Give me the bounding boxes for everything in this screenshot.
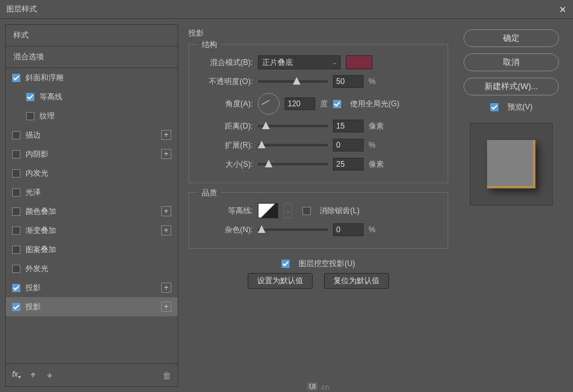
add-effect-icon[interactable]: + xyxy=(161,283,171,293)
style-item[interactable]: 斜面和浮雕 xyxy=(6,68,178,87)
style-item-label: 光泽 xyxy=(25,187,41,198)
checkbox-icon xyxy=(333,100,341,108)
checkbox-icon[interactable] xyxy=(12,246,20,254)
spread-label: 扩展(R): xyxy=(198,140,253,151)
size-label: 大小(S): xyxy=(198,159,253,170)
make-default-button[interactable]: 设置为默认值 xyxy=(248,273,313,289)
style-item-label: 投影 xyxy=(25,302,41,312)
structure-group: 结构 混合模式(B): 正片叠底 ⌵ 不透明度(O): % xyxy=(188,44,448,183)
contour-picker[interactable] xyxy=(258,203,278,218)
reset-default-button[interactable]: 复位为默认值 xyxy=(324,273,389,289)
checkbox-icon xyxy=(490,103,499,111)
angle-dial[interactable] xyxy=(258,93,279,115)
distance-label: 距离(D): xyxy=(198,121,253,132)
move-up-icon[interactable]: 🠝 xyxy=(29,371,37,380)
spread-slider[interactable] xyxy=(258,144,328,146)
style-item[interactable]: 渐变叠加+ xyxy=(6,221,178,240)
style-item[interactable]: 投影+ xyxy=(6,297,178,316)
close-icon[interactable]: ✕ xyxy=(559,4,567,15)
blending-options[interactable]: 混合选项 xyxy=(6,46,178,68)
distance-input[interactable] xyxy=(333,120,364,132)
size-slider[interactable] xyxy=(258,163,328,165)
settings-panel: 投影 结构 混合模式(B): 正片叠底 ⌵ 不透明度(O): % xyxy=(178,19,458,392)
trash-icon[interactable]: 🗑 xyxy=(162,370,171,381)
add-effect-icon[interactable]: + xyxy=(161,206,171,216)
style-item[interactable]: 内阴影+ xyxy=(6,144,178,164)
add-effect-icon[interactable]: + xyxy=(161,225,171,235)
style-item[interactable]: 外发光 xyxy=(6,259,178,278)
cancel-button[interactable]: 取消 xyxy=(463,53,559,71)
opacity-unit: % xyxy=(369,77,376,86)
checkbox-icon[interactable] xyxy=(12,188,20,197)
action-panel: 确定 取消 新建样式(W)... 预览(V) xyxy=(458,19,573,392)
checkbox-icon xyxy=(281,260,290,268)
style-item[interactable]: 颜色叠加+ xyxy=(6,202,178,221)
style-item-label: 内发光 xyxy=(25,168,48,179)
style-item-label: 颜色叠加 xyxy=(25,206,56,217)
watermark: UI.cn xyxy=(308,382,330,391)
style-item-label: 纹理 xyxy=(39,111,55,122)
checkbox-icon[interactable] xyxy=(12,150,20,158)
style-item-label: 内阴影 xyxy=(25,149,48,160)
style-item-label: 外发光 xyxy=(25,263,48,274)
chevron-down-icon: ⌵ xyxy=(333,59,336,66)
new-style-button[interactable]: 新建样式(W)... xyxy=(463,78,559,95)
shadow-color-swatch[interactable] xyxy=(346,55,372,69)
styles-list: 样式 混合选项 斜面和浮雕等高线纹理描边+内阴影+内发光光泽颜色叠加+渐变叠加+… xyxy=(5,24,178,387)
contour-label: 等高线: xyxy=(198,206,253,216)
checkbox-icon xyxy=(302,207,311,215)
style-item[interactable]: 描边+ xyxy=(6,125,178,144)
opacity-input[interactable] xyxy=(333,75,364,88)
style-item-label: 投影 xyxy=(25,283,41,293)
checkbox-icon[interactable] xyxy=(12,207,20,216)
noise-slider[interactable] xyxy=(258,228,328,231)
checkbox-icon[interactable] xyxy=(12,169,20,178)
checkbox-icon[interactable] xyxy=(12,284,20,292)
angle-unit: 度 xyxy=(320,99,328,109)
global-light-checkbox[interactable]: 使用全局光(G) xyxy=(333,99,399,109)
style-item[interactable]: 光泽 xyxy=(6,183,178,202)
style-item[interactable]: 纹理 xyxy=(6,106,178,125)
checkbox-icon[interactable] xyxy=(26,93,34,101)
checkbox-icon[interactable] xyxy=(12,265,20,273)
antialias-checkbox[interactable]: 消除锯齿(L) xyxy=(302,206,360,216)
dialog-title: 图层样式 xyxy=(6,4,37,15)
quality-group: 品质 等高线: ⌵ 消除锯齿(L) 杂色(N): % xyxy=(188,192,448,249)
blend-mode-value: 正片叠底 xyxy=(262,57,293,68)
knockout-checkbox[interactable]: 图层挖空投影(U) xyxy=(281,258,355,269)
contour-dropdown[interactable]: ⌵ xyxy=(283,203,292,218)
opacity-slider[interactable] xyxy=(258,80,328,83)
style-item-label: 图案叠加 xyxy=(25,244,56,255)
size-unit: 像素 xyxy=(369,159,384,170)
checkbox-icon[interactable] xyxy=(12,74,20,82)
size-input[interactable] xyxy=(333,158,364,171)
checkbox-icon[interactable] xyxy=(12,131,20,139)
checkbox-icon[interactable] xyxy=(12,303,20,311)
style-item[interactable]: 投影+ xyxy=(6,278,178,297)
angle-input[interactable] xyxy=(285,97,315,110)
distance-slider[interactable] xyxy=(258,125,328,127)
noise-input[interactable] xyxy=(333,223,364,236)
angle-label: 角度(A): xyxy=(198,99,253,109)
ok-button[interactable]: 确定 xyxy=(463,29,559,47)
noise-unit: % xyxy=(369,225,376,234)
preview-checkbox[interactable]: 预览(V) xyxy=(490,102,533,113)
style-item-label: 渐变叠加 xyxy=(25,225,56,236)
fx-menu[interactable]: fx▾ xyxy=(12,370,20,380)
spread-input[interactable] xyxy=(333,139,364,151)
checkbox-icon[interactable] xyxy=(26,112,34,120)
style-item-label: 等高线 xyxy=(39,92,62,102)
style-item[interactable]: 等高线 xyxy=(6,87,178,106)
style-item[interactable]: 内发光 xyxy=(6,164,178,183)
add-effect-icon[interactable]: + xyxy=(161,149,171,159)
opacity-label: 不透明度(O): xyxy=(198,76,253,87)
add-effect-icon[interactable]: + xyxy=(161,302,171,312)
blend-mode-label: 混合模式(B): xyxy=(198,57,253,68)
noise-label: 杂色(N): xyxy=(198,225,253,235)
blend-mode-select[interactable]: 正片叠底 ⌵ xyxy=(258,55,341,69)
checkbox-icon[interactable] xyxy=(12,227,20,235)
move-down-icon[interactable]: 🠟 xyxy=(46,371,53,380)
add-effect-icon[interactable]: + xyxy=(161,130,171,140)
styles-header[interactable]: 样式 xyxy=(6,25,178,46)
style-item[interactable]: 图案叠加 xyxy=(6,240,178,259)
